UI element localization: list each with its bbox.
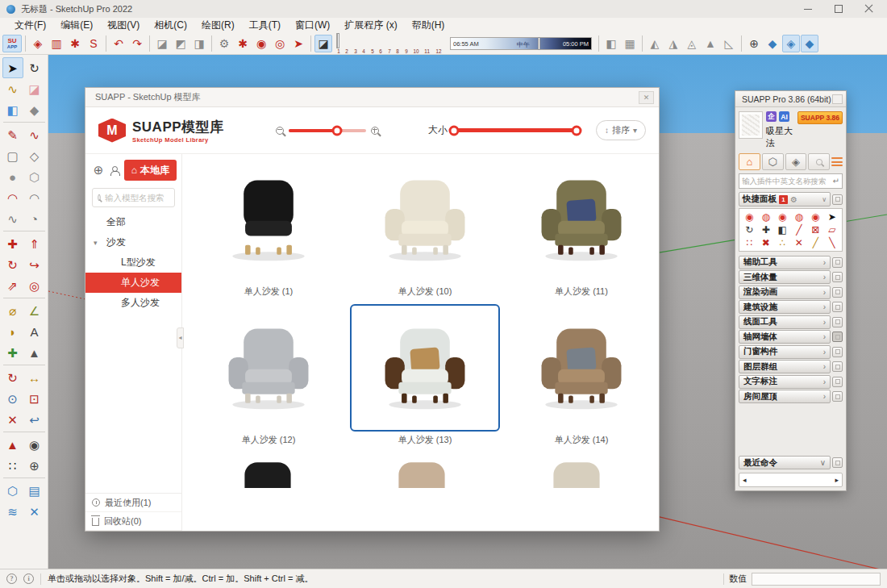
- tree-item[interactable]: 单人沙发: [85, 273, 181, 293]
- quick-tool-icon[interactable]: ◍: [762, 212, 770, 222]
- menu-item[interactable]: 相机(C): [148, 18, 194, 33]
- left-tool[interactable]: ⊡: [24, 388, 45, 409]
- account-tab[interactable]: [108, 160, 121, 181]
- left-tool[interactable]: A: [24, 321, 45, 342]
- left-tool[interactable]: ▢: [2, 145, 23, 166]
- toolbar-icon[interactable]: ◆: [764, 35, 781, 52]
- panel-close-button[interactable]: [832, 94, 843, 104]
- shadow-time-handle[interactable]: [538, 37, 540, 50]
- category-item[interactable]: 三维体量 ›: [739, 270, 831, 284]
- model-search-box[interactable]: [92, 188, 175, 207]
- toolbar-icon[interactable]: ◬: [683, 35, 701, 52]
- left-tool[interactable]: ▲: [24, 342, 45, 363]
- zoom-handle[interactable]: [331, 125, 342, 136]
- model-thumbnail[interactable]: [506, 156, 656, 283]
- model-thumbnail[interactable]: [506, 304, 656, 432]
- model-item-partial[interactable]: [194, 452, 342, 488]
- toolbar-icon[interactable]: ◺: [720, 35, 738, 52]
- quick-tool-icon[interactable]: ╲: [829, 238, 835, 248]
- recent-popout-button[interactable]: [832, 457, 843, 468]
- minimize-button[interactable]: [803, 4, 813, 14]
- left-tool[interactable]: ∿: [2, 78, 23, 99]
- toolbar-icon[interactable]: ↷: [128, 35, 146, 52]
- left-tool[interactable]: ◉: [24, 434, 45, 455]
- left-tool[interactable]: ✕: [24, 501, 45, 522]
- gear-icon[interactable]: ⚙: [790, 195, 797, 204]
- category-popout-button[interactable]: [832, 257, 843, 268]
- zoom-track[interactable]: [289, 129, 366, 132]
- quick-tool-icon[interactable]: ✚: [762, 225, 770, 235]
- size-track[interactable]: [454, 128, 577, 132]
- online-library-tab[interactable]: ⊕: [92, 160, 105, 181]
- menu-item[interactable]: 帮助(H): [406, 18, 452, 33]
- category-item[interactable]: 房间屋顶 ›: [739, 390, 831, 403]
- model-item[interactable]: 单人沙发 (14): [506, 304, 656, 452]
- info-icon[interactable]: i: [23, 573, 34, 584]
- zoom-out-icon[interactable]: [276, 127, 284, 135]
- model-thumbnail[interactable]: [350, 156, 500, 283]
- quick-panel-bar[interactable]: 快捷面板 1 ⚙ ∨: [739, 192, 831, 206]
- toolbar-icon[interactable]: ▦: [621, 35, 639, 52]
- left-tool[interactable]: ➤: [2, 57, 23, 78]
- sort-button[interactable]: ↕ 排序 ▾: [596, 120, 646, 140]
- category-item[interactable]: 文字标注 ›: [739, 375, 831, 389]
- toolbar-icon[interactable]: ◧: [602, 35, 620, 52]
- toolbar-icon[interactable]: ◭: [646, 35, 664, 52]
- shadow-toggle-icon[interactable]: ◪: [314, 35, 332, 52]
- tab-plugins[interactable]: ◈: [785, 153, 807, 170]
- model-thumbnail[interactable]: [194, 304, 344, 432]
- left-tool[interactable]: ∿: [24, 124, 45, 145]
- menu-item[interactable]: 扩展程序 (x): [338, 18, 403, 33]
- quick-tool-icon[interactable]: ╱: [796, 225, 802, 235]
- recent-used-item[interactable]: 最近使用(1): [85, 494, 181, 512]
- toolbar-icon[interactable]: ◆: [801, 35, 818, 52]
- model-item[interactable]: 单人沙发 (10): [350, 156, 500, 304]
- size-handle-max[interactable]: [571, 125, 581, 136]
- toolbar-icon[interactable]: ◈: [782, 35, 800, 52]
- local-library-tab[interactable]: ⌂ 本地库: [124, 160, 177, 181]
- shadow-time-slider[interactable]: 06:55 AM 中午 05:00 PM: [450, 37, 592, 50]
- left-tool[interactable]: ↻: [24, 57, 45, 78]
- toolbar-icon[interactable]: ◉: [252, 35, 270, 52]
- quick-tool-icon[interactable]: ↻: [745, 225, 753, 235]
- tree-item[interactable]: 全部: [85, 212, 181, 232]
- category-item[interactable]: 辅助工具 ›: [739, 256, 831, 269]
- left-tool[interactable]: ⇗: [2, 275, 23, 296]
- menu-item[interactable]: 工具(T): [243, 18, 287, 33]
- quick-tool-icon[interactable]: ◉: [745, 212, 753, 222]
- toolbar-icon[interactable]: ◎: [271, 35, 289, 52]
- model-item[interactable]: 单人沙发 (12): [194, 304, 344, 452]
- menu-item[interactable]: 绘图(R): [195, 18, 241, 33]
- left-tool[interactable]: ✎: [2, 124, 23, 145]
- model-item[interactable]: 单人沙发 (1): [194, 156, 344, 304]
- tree-item[interactable]: L型沙发: [85, 252, 181, 273]
- model-item[interactable]: 单人沙发 (13): [350, 304, 500, 452]
- left-tool[interactable]: ⌀: [2, 300, 23, 321]
- quick-tool-icon[interactable]: ✕: [795, 238, 803, 248]
- left-tool[interactable]: ↻: [2, 367, 23, 388]
- menu-item[interactable]: 文件(F): [8, 18, 52, 33]
- left-tool[interactable]: ⊕: [24, 455, 45, 476]
- dialog-close-button[interactable]: ✕: [639, 91, 654, 104]
- left-tool[interactable]: ◧: [2, 99, 23, 120]
- left-tool[interactable]: ↻: [2, 254, 23, 275]
- category-item[interactable]: 图层群组 ›: [739, 360, 831, 373]
- scroll-right-icon[interactable]: ▸: [835, 476, 839, 484]
- tree-item[interactable]: 多人沙发: [85, 293, 181, 313]
- toolbar-icon[interactable]: ▥: [48, 35, 65, 52]
- menu-icon[interactable]: [831, 157, 843, 166]
- panel-titlebar[interactable]: SUAPP Pro 3.86 (64bit): [735, 91, 846, 107]
- tree-item[interactable]: ▾ 沙发: [85, 232, 181, 252]
- left-tool[interactable]: ◠: [24, 187, 45, 208]
- model-item[interactable]: 单人沙发 (11): [506, 156, 656, 304]
- model-thumbnail[interactable]: [350, 304, 500, 432]
- left-tool[interactable]: ◗: [2, 321, 23, 342]
- menu-item[interactable]: 视图(V): [101, 18, 146, 33]
- zoom-in-icon[interactable]: [371, 127, 379, 135]
- toolbar-icon[interactable]: ▲: [702, 35, 719, 52]
- left-tool[interactable]: ⬡: [24, 166, 45, 187]
- suapp-panel-toggle-button[interactable]: SU APP: [2, 35, 22, 52]
- left-tool[interactable]: ✚: [2, 233, 23, 254]
- geolocation-icon[interactable]: ?: [6, 573, 17, 584]
- recycle-bin-item[interactable]: 回收站(0): [85, 512, 181, 531]
